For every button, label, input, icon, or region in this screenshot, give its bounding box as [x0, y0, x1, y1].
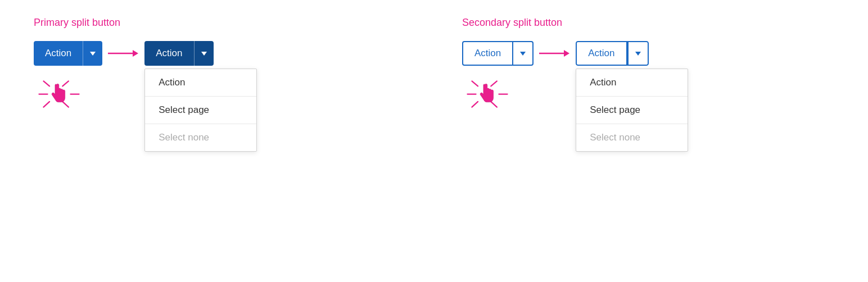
svg-marker-7 [133, 50, 138, 57]
caret-down-icon [90, 52, 96, 56]
secondary-caret-button[interactable] [513, 41, 534, 66]
svg-marker-15 [564, 50, 569, 57]
primary-right-area: Action Action Select page Select none [144, 41, 257, 152]
arrow-connector-primary [108, 41, 139, 59]
secondary-caret-down-icon-active [635, 52, 641, 56]
secondary-action-button[interactable]: Action [462, 41, 513, 66]
primary-action-button-active[interactable]: Action [144, 41, 193, 66]
secondary-cursor-area [462, 70, 513, 118]
primary-split-button-active[interactable]: Action [144, 41, 213, 66]
secondary-dropdown-item-action[interactable]: Action [576, 69, 688, 97]
primary-left-area: Action [34, 41, 102, 118]
arrow-right-icon [108, 48, 139, 59]
arrow-connector-secondary [539, 41, 570, 59]
secondary-arrow-right-icon [539, 48, 570, 59]
cursor-hand-icon [48, 83, 70, 106]
primary-caret-button-active[interactable] [194, 41, 214, 66]
secondary-dropdown-item-select-page[interactable]: Select page [576, 97, 688, 124]
secondary-split-button-normal[interactable]: Action [462, 41, 534, 66]
secondary-section-title: Secondary split button [462, 17, 562, 29]
secondary-action-button-active[interactable]: Action [576, 41, 627, 66]
primary-split-button-normal[interactable]: Action [34, 41, 102, 66]
secondary-split-button-active[interactable]: Action [576, 41, 648, 66]
secondary-right-area: Action Action Select page Select none [576, 41, 688, 152]
primary-action-button[interactable]: Action [34, 41, 83, 66]
primary-dropdown-item-select-none: Select none [145, 124, 256, 151]
primary-dropdown-menu: Action Select page Select none [144, 69, 257, 152]
secondary-left-area: Action [462, 41, 534, 118]
secondary-section: Secondary split button Action [451, 17, 846, 265]
secondary-caret-down-icon [520, 52, 526, 56]
primary-section: Primary split button Action [22, 17, 417, 265]
primary-caret-button[interactable] [83, 41, 102, 66]
secondary-dropdown-item-select-none: Select none [576, 124, 688, 151]
caret-down-icon-active [201, 52, 207, 56]
primary-dropdown-item-select-page[interactable]: Select page [145, 97, 256, 124]
secondary-dropdown-menu: Action Select page Select none [576, 69, 688, 152]
secondary-content: Action [462, 41, 688, 152]
primary-content: Action [34, 41, 257, 152]
cursor-area [34, 70, 84, 118]
secondary-caret-button-active[interactable] [627, 41, 649, 66]
primary-dropdown-item-action[interactable]: Action [145, 69, 256, 97]
primary-section-title: Primary split button [34, 17, 120, 29]
secondary-cursor-hand-icon [476, 83, 499, 106]
